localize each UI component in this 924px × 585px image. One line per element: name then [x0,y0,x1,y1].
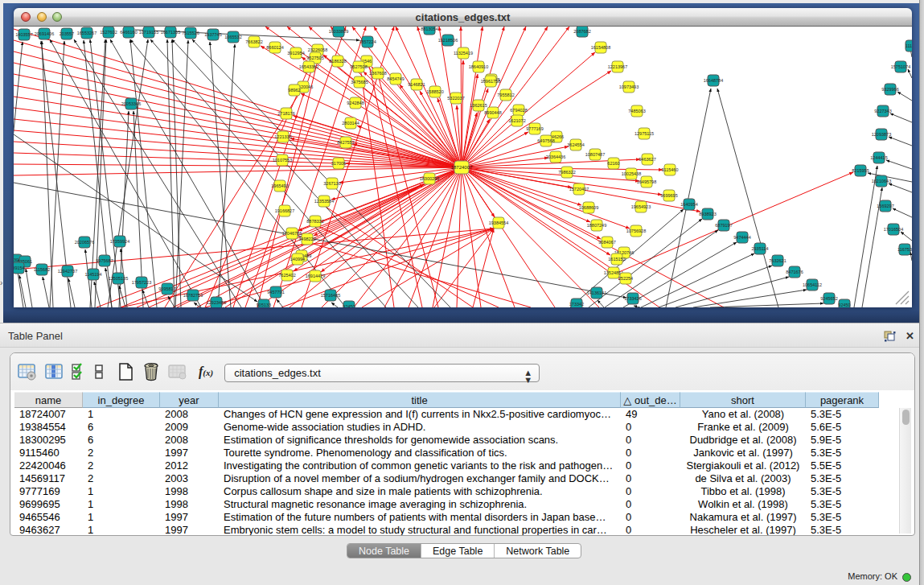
svg-text:12975115: 12975115 [634,131,654,136]
svg-text:14136141: 14136141 [587,290,606,295]
svg-text:62160: 62160 [607,161,619,166]
svg-text:9777169: 9777169 [526,126,543,131]
svg-text:16495798: 16495798 [637,179,656,184]
svg-text:9463627: 9463627 [639,157,655,162]
svg-text:16553267: 16553267 [77,31,97,35]
svg-text:2718176: 2718176 [277,111,294,116]
svg-text:7485063: 7485063 [628,109,645,113]
svg-text:20364436: 20364436 [546,154,565,159]
svg-text:1362615: 1362615 [470,103,487,108]
svg-text:8454749: 8454749 [387,76,404,81]
svg-text:1588520: 1588520 [426,89,443,94]
svg-text:17016504: 17016504 [884,227,903,232]
svg-text:18300295: 18300295 [420,176,439,181]
svg-text:173342: 173342 [569,302,584,307]
svg-text:16782759: 16782759 [183,293,203,298]
svg-text:17957223: 17957223 [132,280,151,285]
svg-text:3498222: 3498222 [298,237,315,241]
svg-text:16033809: 16033809 [329,29,348,34]
svg-text:92450: 92450 [343,304,355,307]
svg-text:10756928: 10756928 [626,229,646,233]
svg-text:9242848: 9242848 [347,101,363,105]
svg-text:20691406: 20691406 [35,31,54,36]
svg-text:19654923: 19654923 [631,204,651,209]
svg-text:1403557: 1403557 [15,32,32,37]
svg-text:19166827: 19166827 [275,208,294,213]
svg-text:39154: 39154 [14,266,25,270]
svg-text:5322037: 5322037 [447,96,464,101]
svg-text:905133: 905133 [257,303,271,307]
svg-text:12505135: 12505135 [109,276,128,281]
svg-text:2087682: 2087682 [573,29,590,34]
svg-text:18724007: 18724007 [451,165,473,170]
svg-text:20053346: 20053346 [121,101,141,106]
svg-text:17046786: 17046786 [282,231,302,236]
svg-text:18640910: 18640910 [469,64,488,69]
svg-text:92450: 92450 [838,303,850,307]
svg-text:8813054: 8813054 [421,27,437,31]
svg-text:10961758: 10961758 [481,79,500,84]
svg-text:9527505: 9527505 [306,56,323,60]
svg-text:1965493: 1965493 [271,183,288,188]
svg-text:116753: 116753 [897,247,912,252]
svg-text:10654112: 10654112 [803,282,822,287]
svg-text:10107553: 10107553 [273,158,292,163]
svg-text:16210643: 16210643 [872,179,891,183]
svg-text:8215955: 8215955 [852,168,869,173]
svg-text:7625402: 7625402 [278,273,295,278]
svg-text:10973493: 10973493 [619,84,639,89]
svg-text:1244415: 1244415 [870,155,887,160]
svg-text:9146821: 9146821 [408,82,425,87]
svg-text:9115460: 9115460 [661,167,678,172]
svg-text:9095817: 9095817 [158,286,175,291]
svg-text:8471676: 8471676 [786,270,803,274]
svg-text:1527602: 1527602 [100,30,117,35]
svg-text:9329966: 9329966 [881,87,898,92]
svg-text:9457791: 9457791 [267,290,284,295]
svg-text:1115682: 1115682 [34,267,51,272]
svg-text:1937745: 1937745 [204,32,221,37]
svg-text:1640954: 1640954 [680,202,697,207]
svg-text:98962: 98962 [288,88,300,93]
svg-text:7663822: 7663822 [245,39,262,44]
svg-text:1615152: 1615152 [608,257,625,262]
svg-text:3624554: 3624554 [567,142,584,147]
svg-text:12923486: 12923486 [207,300,226,305]
svg-text:10807487: 10807487 [585,152,605,157]
svg-text:2803144: 2803144 [342,121,359,126]
svg-text:8660124: 8660124 [266,45,283,50]
svg-text:317006: 317006 [331,161,346,166]
svg-text:20206576: 20206576 [75,240,94,245]
svg-text:11178: 11178 [906,43,912,48]
svg-text:19384554: 19384554 [489,220,508,225]
svg-text:252254: 252254 [618,276,633,281]
svg-text:16543362: 16543362 [299,64,318,69]
svg-text:7955812: 7955812 [497,93,514,97]
svg-text:203557: 203557 [60,31,74,36]
svg-text:1621072: 1621072 [508,118,525,123]
svg-text:7632621: 7632621 [769,258,786,263]
svg-text:9084067: 9084067 [598,240,615,245]
svg-text:16648784: 16648784 [704,78,723,83]
svg-text:3267130: 3267130 [323,181,340,186]
svg-text:9227343: 9227343 [874,109,891,113]
svg-text:12213967: 12213967 [608,64,627,69]
svg-text:1733426: 1733426 [624,296,641,301]
svg-text:1221336: 1221336 [274,134,291,139]
svg-text:15751074: 15751074 [891,64,910,69]
svg-text:16914479: 16914479 [306,274,325,278]
svg-text:1145194: 1145194 [84,272,101,277]
svg-text:1065532: 1065532 [224,35,241,39]
svg-text:15720407: 15720407 [569,187,589,192]
svg-text:12093873: 12093873 [872,132,891,137]
svg-text:9474444: 9474444 [733,235,750,240]
svg-text:12353584: 12353584 [314,199,334,204]
svg-text:7515526: 7515526 [182,31,199,35]
svg-text:6879197: 6879197 [715,223,732,228]
svg-text:10719155: 10719155 [139,30,158,35]
svg-text:8878332: 8878332 [306,219,323,224]
svg-text:12942737: 12942737 [58,269,77,274]
svg-text:8186328: 8186328 [329,59,346,64]
svg-text:9975687: 9975687 [96,258,113,263]
svg-text:2367608: 2367608 [369,71,386,76]
